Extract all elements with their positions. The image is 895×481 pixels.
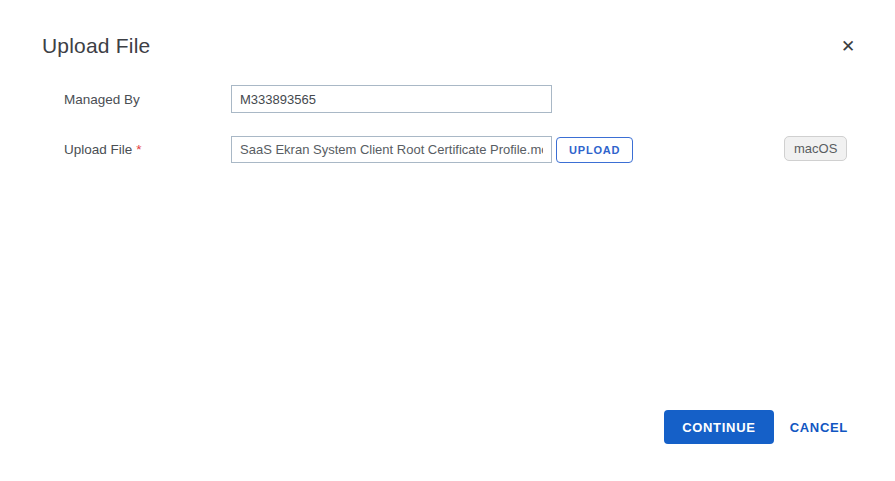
dialog-title: Upload File — [42, 34, 150, 58]
upload-file-input[interactable] — [231, 136, 552, 163]
upload-file-label-text: Upload File — [64, 142, 132, 157]
continue-button[interactable]: CONTINUE — [664, 410, 774, 444]
platform-badge: macOS — [784, 136, 847, 161]
managed-by-label-text: Managed By — [64, 92, 140, 107]
close-icon[interactable]: ✕ — [836, 34, 860, 58]
upload-file-label: Upload File* — [64, 142, 142, 157]
cancel-button[interactable]: CANCEL — [790, 420, 848, 435]
managed-by-input[interactable] — [231, 85, 552, 113]
upload-file-dialog: Upload File ✕ Managed By Upload File* UP… — [0, 0, 895, 481]
managed-by-label: Managed By — [64, 92, 140, 107]
upload-button[interactable]: UPLOAD — [556, 137, 633, 163]
required-asterisk: * — [136, 142, 141, 157]
dialog-footer: CONTINUE CANCEL — [664, 410, 848, 444]
